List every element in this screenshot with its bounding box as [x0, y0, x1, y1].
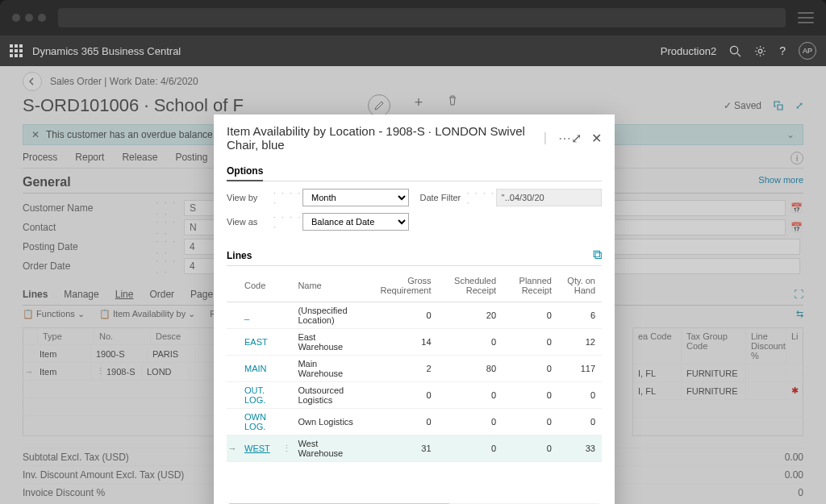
tab-manage[interactable]: Manage: [64, 289, 98, 300]
name-cell: (Unspecified Location): [291, 302, 365, 329]
close-notice-icon[interactable]: ✕: [31, 129, 40, 140]
contact-label: Contact: [23, 222, 156, 233]
col-planned[interactable]: Planned Receipt: [503, 273, 558, 302]
code-cell[interactable]: OUT. LOG.: [238, 382, 282, 409]
show-more-link[interactable]: Show more: [758, 175, 803, 190]
back-button[interactable]: [23, 72, 42, 91]
name-cell: Main Warehouse: [291, 356, 365, 382]
row-menu-icon[interactable]: ⋮: [282, 435, 291, 462]
lines-related-icon[interactable]: ⇆: [796, 309, 803, 319]
col-gross[interactable]: Gross Requirement: [366, 273, 438, 302]
toolbar-report[interactable]: Report: [75, 152, 104, 165]
table-row[interactable]: →WEST⋮West Warehouse310033: [227, 435, 602, 462]
help-icon[interactable]: ?: [779, 44, 786, 57]
table-row[interactable]: OUT. LOG.Outsourced Logistics0000: [227, 382, 602, 409]
gross-cell: 0: [366, 302, 438, 329]
page-title: S-ORD101006 · School of F: [23, 95, 244, 116]
viewas-label: View as: [227, 217, 273, 227]
avatar[interactable]: AP: [799, 42, 816, 60]
app-name: Dynamics 365 Business Central: [32, 45, 181, 57]
row-arrow-icon: [227, 329, 238, 356]
share-icon[interactable]: [773, 100, 784, 111]
table-row[interactable]: EASTEast Warehouse140012: [227, 329, 602, 356]
calendar-icon[interactable]: 📅: [789, 222, 803, 233]
col-disc: Line Discount %: [746, 328, 786, 364]
tab-line[interactable]: Line: [115, 289, 134, 300]
row-menu-icon[interactable]: [282, 382, 291, 409]
table-row[interactable]: _(Unspecified Location)02006: [227, 302, 602, 329]
address-bar[interactable]: [58, 8, 786, 27]
qoh-cell: 12: [558, 329, 602, 356]
dialog-title: Item Availability by Location - 1908-S ·…: [227, 124, 539, 152]
table-row[interactable]: MAINMain Warehouse2800117: [227, 356, 602, 382]
row-arrow-icon: [227, 409, 238, 435]
sched-cell: 0: [438, 329, 503, 356]
sched-cell: 0: [438, 409, 503, 435]
svg-point-2: [758, 49, 762, 53]
row-arrow-icon: [227, 356, 238, 382]
col-qoh[interactable]: Qty. on Hand: [558, 273, 602, 302]
col-code[interactable]: Code: [238, 273, 282, 302]
edit-icon[interactable]: [368, 94, 390, 117]
browser-menu-icon[interactable]: [798, 12, 814, 23]
code-cell[interactable]: _: [238, 302, 282, 329]
info-icon[interactable]: i: [791, 152, 803, 165]
gross-cell: 0: [366, 409, 438, 435]
name-cell: West Warehouse: [291, 435, 365, 462]
tab-page[interactable]: Page: [190, 289, 213, 300]
gross-cell: 14: [366, 329, 438, 356]
svg-line-1: [737, 52, 740, 56]
gross-cell: 0: [366, 382, 438, 409]
gear-icon[interactable]: [754, 45, 766, 57]
invdisc-label: Inv. Discount Amount Excl. Tax (USD): [23, 469, 184, 481]
app-launcher-icon[interactable]: [10, 44, 23, 57]
planned-cell: 0: [503, 409, 558, 435]
search-icon[interactable]: [729, 45, 741, 57]
dialog-close-icon[interactable]: ✕: [591, 131, 602, 146]
dialog-expand-icon[interactable]: ⤢: [571, 131, 582, 146]
planned-cell: 0: [503, 329, 558, 356]
col-sched[interactable]: Scheduled Receipt: [438, 273, 503, 302]
col-no: No.: [94, 328, 151, 344]
sched-cell: 80: [438, 356, 503, 382]
row-menu-icon[interactable]: [282, 356, 291, 382]
tab-order[interactable]: Order: [149, 289, 174, 300]
viewas-select[interactable]: Balance at Date: [302, 213, 409, 231]
dialog-more-icon[interactable]: ⋯: [552, 131, 571, 146]
table-row[interactable]: OWN LOG.Own Logistics0000: [227, 409, 602, 435]
row-arrow-icon: [227, 302, 238, 329]
lines-popout-icon[interactable]: ⧉: [593, 248, 602, 262]
saved-indicator: ✓ Saved: [724, 100, 761, 111]
delete-icon[interactable]: [447, 94, 458, 117]
functions-menu[interactable]: 📋 Functions ⌄: [23, 309, 85, 319]
row-menu-icon[interactable]: [282, 329, 291, 356]
row-menu-icon[interactable]: [282, 409, 291, 435]
viewby-select[interactable]: Month: [302, 189, 409, 206]
code-cell[interactable]: OWN LOG.: [238, 409, 282, 435]
item-availability-menu[interactable]: 📋 Item Availability by ⌄: [99, 309, 195, 319]
datefilter-value: ''..04/30/20: [496, 189, 603, 206]
breadcrumb: Sales Order | Work Date: 4/6/2020: [50, 76, 198, 87]
row-menu-icon[interactable]: [282, 302, 291, 329]
code-cell[interactable]: WEST: [238, 435, 282, 462]
col-area: ea Code: [633, 328, 682, 364]
lines-expand-icon[interactable]: ⛶: [794, 289, 803, 300]
notice-text: This customer has an overdue balance.: [46, 129, 215, 140]
code-cell[interactable]: MAIN: [238, 356, 282, 382]
expand-icon[interactable]: ⤢: [795, 100, 803, 111]
new-icon[interactable]: +: [415, 94, 423, 117]
posting-date-label: Posting Date: [23, 241, 156, 252]
code-cell[interactable]: EAST: [238, 329, 282, 356]
qoh-cell: 0: [558, 409, 602, 435]
toolbar-release[interactable]: Release: [122, 152, 157, 165]
notice-chevron-icon[interactable]: ⌄: [786, 129, 795, 140]
discpct-label: Invoice Discount %: [23, 487, 105, 498]
lines-heading: Lines: [23, 289, 48, 300]
col-name[interactable]: Name: [291, 273, 365, 302]
calendar-icon[interactable]: 📅: [789, 202, 803, 214]
toolbar-process[interactable]: Process: [23, 152, 57, 165]
toolbar-posting[interactable]: Posting: [175, 152, 207, 165]
name-cell: Own Logistics: [291, 409, 365, 435]
planned-cell: 0: [503, 356, 558, 382]
environment-badge[interactable]: Production2: [661, 45, 716, 57]
